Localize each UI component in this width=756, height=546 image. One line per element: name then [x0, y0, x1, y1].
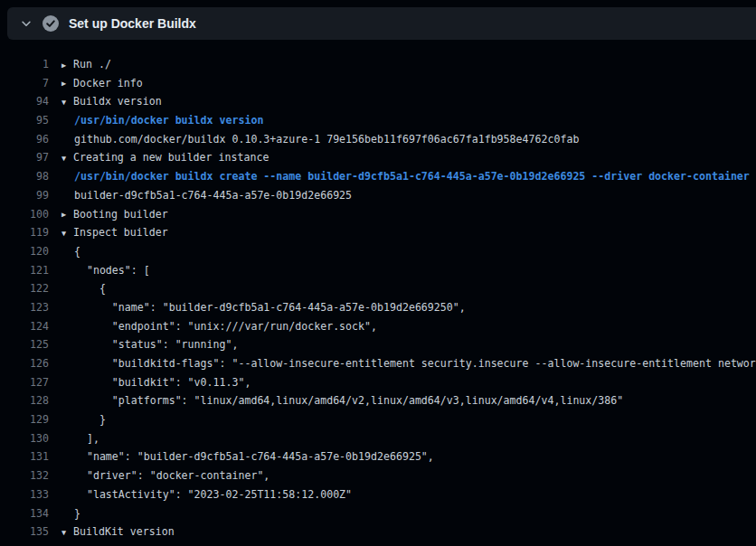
line-content: "name": "builder-d9cfb5a1-c764-445a-a57e… [61, 298, 466, 317]
log-line: 128 "platforms": "linux/amd64,linux/amd6… [0, 391, 756, 410]
line-content: /usr/bin/docker buildx version [61, 111, 263, 130]
log-line: 136 builder-d9cfb5a1-c764-445a-a57e-0b19… [0, 541, 756, 546]
line-text: Booting builder [73, 208, 168, 221]
group-toggle-icon: ▶ [61, 205, 73, 223]
group-toggle-icon: ▶ [61, 74, 73, 92]
line-number[interactable]: 124 [0, 317, 49, 336]
line-content: "status": "running", [61, 335, 238, 354]
line-content[interactable]: ▶Run ./ [61, 55, 111, 74]
line-content: "buildkit": "v0.11.3", [61, 373, 250, 392]
line-text: { [61, 245, 80, 258]
log-line: 126 "buildkitd-flags": "--allow-insecure… [0, 354, 756, 373]
line-number[interactable]: 127 [0, 373, 49, 392]
line-text: Inspect builder [73, 226, 168, 239]
line-number[interactable]: 97 [0, 148, 49, 167]
log-line: 134 } [0, 504, 756, 523]
line-number[interactable]: 128 [0, 391, 49, 410]
line-text: "nodes": [ [61, 264, 150, 277]
line-number[interactable]: 7 [0, 74, 49, 93]
log-line: 96 github.com/docker/buildx 0.10.3+azure… [0, 130, 756, 149]
line-content: builder-d9cfb5a1-c764-445a-a57e-0b19d2e6… [61, 541, 415, 546]
line-number[interactable]: 95 [0, 111, 49, 130]
line-text: } [61, 413, 106, 426]
log-line: 133 "lastActivity": "2023-02-25T11:58:12… [0, 485, 756, 504]
line-number[interactable]: 123 [0, 298, 49, 317]
line-text: "name": "builder-d9cfb5a1-c764-445a-a57e… [61, 450, 434, 463]
group-toggle-icon: ▼ [61, 149, 73, 167]
line-number[interactable]: 100 [0, 205, 49, 224]
line-text: BuildKit version [73, 525, 175, 538]
line-content: "name": "builder-d9cfb5a1-c764-445a-a57e… [61, 447, 434, 466]
line-content[interactable]: ▶Docker info [61, 74, 143, 93]
line-text: "name": "builder-d9cfb5a1-c764-445a-a57e… [61, 301, 466, 314]
log-line: 97 ▼Creating a new builder instance [0, 148, 756, 167]
log-line: 131 "name": "builder-d9cfb5a1-c764-445a-… [0, 447, 756, 466]
log-line: 124 "endpoint": "unix:///var/run/docker.… [0, 317, 756, 336]
line-number[interactable]: 1 [0, 55, 49, 74]
line-content[interactable]: ▼Creating a new builder instance [61, 148, 269, 167]
line-number[interactable]: 129 [0, 410, 49, 429]
line-number[interactable]: 125 [0, 335, 49, 354]
line-content: { [61, 279, 106, 298]
line-content: { [61, 242, 80, 261]
line-content: "lastActivity": "2023-02-25T11:58:12.000… [61, 485, 352, 504]
log-line: 125 "status": "running", [0, 335, 756, 354]
line-number[interactable]: 126 [0, 354, 49, 373]
line-number[interactable]: 122 [0, 279, 49, 298]
line-text: github.com/docker/buildx 0.10.3+azure-1 … [61, 133, 579, 146]
line-content[interactable]: ▼BuildKit version [61, 522, 175, 541]
line-number[interactable]: 134 [0, 504, 49, 523]
log-line: 1 ▶Run ./ [0, 55, 756, 74]
group-toggle-icon: ▶ [61, 56, 73, 74]
line-content[interactable]: ▼Inspect builder [61, 223, 168, 242]
check-circle-icon [43, 15, 59, 32]
line-content: github.com/docker/buildx 0.10.3+azure-1 … [61, 130, 579, 149]
line-content: } [61, 504, 80, 523]
line-content: } [61, 410, 106, 429]
line-number[interactable]: 133 [0, 485, 49, 504]
line-number[interactable]: 120 [0, 242, 49, 261]
group-toggle-icon: ▼ [61, 93, 73, 111]
log-line: 121 "nodes": [ [0, 261, 756, 280]
step-title: Set up Docker Buildx [69, 16, 196, 31]
line-number[interactable]: 130 [0, 429, 49, 448]
line-number[interactable]: 96 [0, 130, 49, 149]
line-number[interactable]: 99 [0, 186, 49, 205]
line-number[interactable]: 135 [0, 522, 49, 541]
line-number[interactable]: 136 [0, 541, 49, 546]
log-viewer: 1 ▶Run ./ 7 ▶Docker info 94 ▼Buildx vers… [0, 40, 756, 546]
line-content: /usr/bin/docker buildx create --name bui… [61, 167, 750, 186]
log-lines-container: 1 ▶Run ./ 7 ▶Docker info 94 ▼Buildx vers… [0, 55, 756, 546]
log-line: 129 } [0, 410, 756, 429]
line-content: "nodes": [ [61, 261, 150, 280]
line-content[interactable]: ▶Booting builder [61, 205, 168, 224]
log-line: 132 "driver": "docker-container", [0, 466, 756, 485]
log-line: 130 ], [0, 429, 756, 448]
line-number[interactable]: 119 [0, 223, 49, 242]
line-number[interactable]: 131 [0, 447, 49, 466]
log-line: 99 builder-d9cfb5a1-c764-445a-a57e-0b19d… [0, 186, 756, 205]
log-line: 100 ▶Booting builder [0, 205, 756, 224]
log-line: 127 "buildkit": "v0.11.3", [0, 373, 756, 392]
line-content: ], [61, 429, 99, 448]
line-text: Creating a new builder instance [73, 151, 269, 164]
step-header[interactable]: Set up Docker Buildx [7, 7, 756, 40]
line-number[interactable]: 132 [0, 466, 49, 485]
line-text: ], [61, 432, 99, 445]
line-text: Docker info [73, 77, 143, 89]
log-line: 120 { [0, 242, 756, 261]
line-text: "buildkit": "v0.11.3", [61, 376, 250, 389]
group-toggle-icon: ▼ [61, 523, 73, 541]
group-toggle-icon: ▼ [61, 224, 73, 242]
line-number[interactable]: 98 [0, 167, 49, 186]
line-text: { [61, 282, 106, 295]
log-line: 98 /usr/bin/docker buildx create --name … [0, 167, 756, 186]
line-text: "endpoint": "unix:///var/run/docker.sock… [61, 320, 377, 333]
chevron-down-icon[interactable] [20, 17, 33, 30]
line-number[interactable]: 121 [0, 261, 49, 280]
line-content: builder-d9cfb5a1-c764-445a-a57e-0b19d2e6… [61, 186, 352, 205]
line-content[interactable]: ▼Buildx version [61, 92, 162, 111]
log-line: 94 ▼Buildx version [0, 92, 756, 111]
line-number[interactable]: 94 [0, 92, 49, 111]
line-text: } [61, 507, 80, 520]
